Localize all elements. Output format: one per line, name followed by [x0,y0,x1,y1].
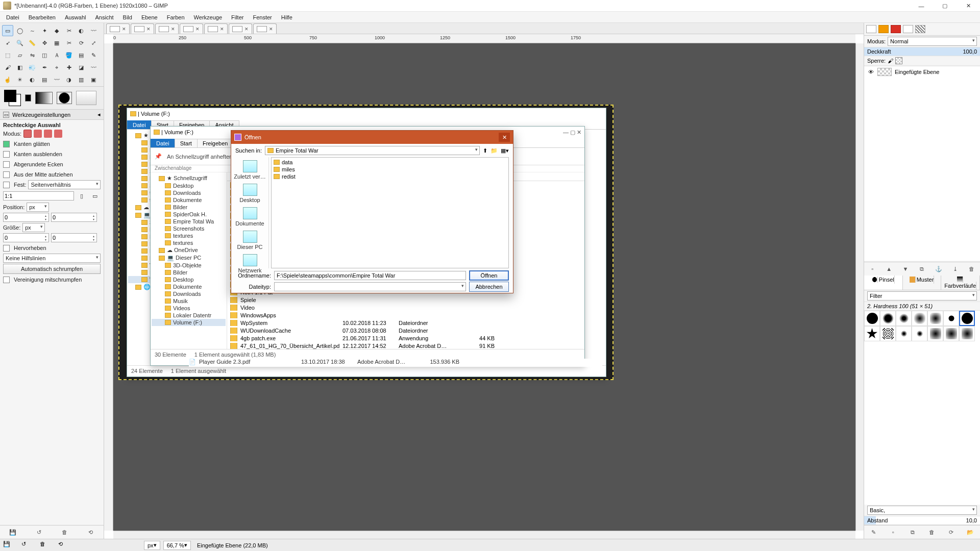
opt-save-icon[interactable]: 💾 [8,528,18,537]
menu-view[interactable]: Ansicht [91,13,117,21]
close-tab-icon[interactable]: ✕ [146,27,151,32]
image-tab[interactable]: ✕ [155,23,179,34]
brush-open-icon[interactable]: 📂 [965,528,975,537]
footer-icon-4[interactable]: ⟲ [58,541,67,550]
paths-tab-icon[interactable] [891,25,901,33]
fg-color[interactable] [4,90,16,102]
tool-desaturate[interactable]: ◐ [27,74,38,85]
dock-menu-icon[interactable]: ◂ [97,111,101,118]
search-in-combo[interactable]: Empire Total War [265,146,480,155]
delete-layer-icon[interactable]: 🗑 [967,264,977,273]
brush-preset[interactable] [943,311,959,326]
raise-layer-icon[interactable]: ▲ [884,264,894,273]
brush-dup-icon[interactable]: ⧉ [908,528,918,537]
image-tab[interactable]: ✕ [131,23,154,34]
open-dialog-titlebar[interactable]: Öffnen ✕ [231,131,513,144]
brush-preset[interactable] [896,326,912,341]
place-item[interactable]: Desktop [232,184,267,203]
tool-hue-sat[interactable]: ◑ [63,74,75,85]
folder-name-input[interactable] [274,271,466,280]
active-brush[interactable] [57,92,72,104]
brushes-tab[interactable]: Pinsel [864,276,903,290]
tool-threshold[interactable]: ▥ [76,74,87,85]
tool-shear[interactable]: ⬚ [2,49,13,61]
channels-tab-icon[interactable] [878,25,889,33]
active-image-thumb[interactable] [76,91,96,105]
visibility-icon[interactable]: 👁 [867,69,874,75]
tool-blur[interactable]: 〰 [88,62,99,73]
tool-smudge[interactable]: ☝ [2,74,13,85]
menu-tools[interactable]: Werkzeuge [190,13,226,21]
brush-preset[interactable] [927,326,943,341]
size-w-field[interactable]: ▴▾ [3,233,49,242]
menu-help[interactable]: Hilfe [277,13,297,21]
tool-cage[interactable]: ◫ [39,49,50,61]
tool-posterize[interactable]: ▤ [39,74,50,85]
auto-shrink-button[interactable]: Automatisch schrumpfen [3,264,101,274]
tool-flip[interactable]: ⇋ [27,49,38,61]
merge-down-icon[interactable]: ⤓ [950,264,960,273]
mode-add-icon[interactable] [34,130,42,138]
history-tab-icon[interactable] [915,25,925,33]
brush-refresh-icon[interactable]: ⟳ [946,528,956,537]
tool-zoom[interactable]: 🔍 [14,37,26,48]
opacity-value[interactable]: 100,0 [963,48,977,55]
tool-scale[interactable]: ⤢ [88,37,99,48]
tool-text[interactable]: Ａ [51,49,62,61]
opt-reset-icon[interactable]: ⟲ [86,528,96,537]
close-tab-icon[interactable]: ✕ [171,27,175,32]
new-layer-icon[interactable]: ▫ [867,264,877,273]
new-folder-icon[interactable]: 📁 [491,147,498,154]
tool-fuzzy-select[interactable]: ✦ [39,25,50,36]
brush-preset[interactable] [880,311,896,326]
tool-dodge[interactable]: ☀ [14,74,26,85]
close-button[interactable]: ✕ [957,0,980,12]
footer-icon-2[interactable]: ↺ [21,541,31,550]
menu-select[interactable]: Auswahl [61,13,90,21]
anchor-layer-icon[interactable]: ⚓ [934,264,944,273]
place-item[interactable]: Netzwerk [232,254,267,273]
brush-filter[interactable]: Filter [867,291,977,300]
place-item[interactable]: Zuletzt ver… [232,160,267,180]
brush-edit-icon[interactable]: ✎ [869,528,879,537]
close-tab-icon[interactable]: ✕ [122,27,126,32]
antialias-checkbox[interactable] [3,141,12,147]
image-tab[interactable]: ✕ [253,23,277,34]
vertical-scrollbar[interactable] [855,43,864,531]
brush-preset[interactable] [896,311,912,326]
tool-free-select[interactable]: ～ [27,25,38,36]
brush-del-icon[interactable]: 🗑 [926,528,937,537]
close-tab-icon[interactable]: ✕ [195,27,200,32]
tool-airbrush[interactable]: 💨 [27,62,38,73]
view-menu-icon[interactable]: ▦▾ [501,147,509,154]
mode-intersect-icon[interactable] [54,130,62,138]
menu-image[interactable]: Bild [119,13,136,21]
opt-delete-icon[interactable]: 🗑 [60,528,70,537]
lock-pixels-icon[interactable]: 🖌 [888,58,893,64]
lock-alpha-icon[interactable] [895,57,902,64]
tool-scissors[interactable]: ✂ [63,25,75,36]
open-dialog-close-button[interactable]: ✕ [499,133,510,142]
tool-paths[interactable]: 〰 [88,25,99,36]
duplicate-layer-icon[interactable]: ⧉ [917,264,927,273]
brush-preset[interactable] [943,326,959,341]
tool-eraser[interactable]: ◧ [14,62,26,73]
tool-gradient[interactable]: ▤ [76,49,87,61]
tool-pencil[interactable]: ✎ [88,49,99,61]
position-unit[interactable]: px [27,203,49,212]
brush-preset[interactable] [959,311,975,326]
brush-preset[interactable] [912,326,927,341]
mode-subtract-icon[interactable] [44,130,52,138]
layer-row[interactable]: 👁 Eingefügte Ebene [864,67,980,77]
highlight-checkbox[interactable] [3,245,12,252]
tool-rotate[interactable]: ⟳ [76,37,87,48]
open-button[interactable]: Öffnen [469,270,509,281]
tool-measure[interactable]: 📏 [27,37,38,48]
size-unit[interactable]: px [22,223,45,232]
shrink-merged-checkbox[interactable] [3,277,12,283]
footer-icon-3[interactable]: 🗑 [40,541,49,550]
brush-preset[interactable] [864,326,880,341]
patterns-tab[interactable]: Muster [903,276,942,290]
cancel-button[interactable]: Abbrechen [469,282,509,292]
size-h-field[interactable]: ▴▾ [51,233,97,242]
